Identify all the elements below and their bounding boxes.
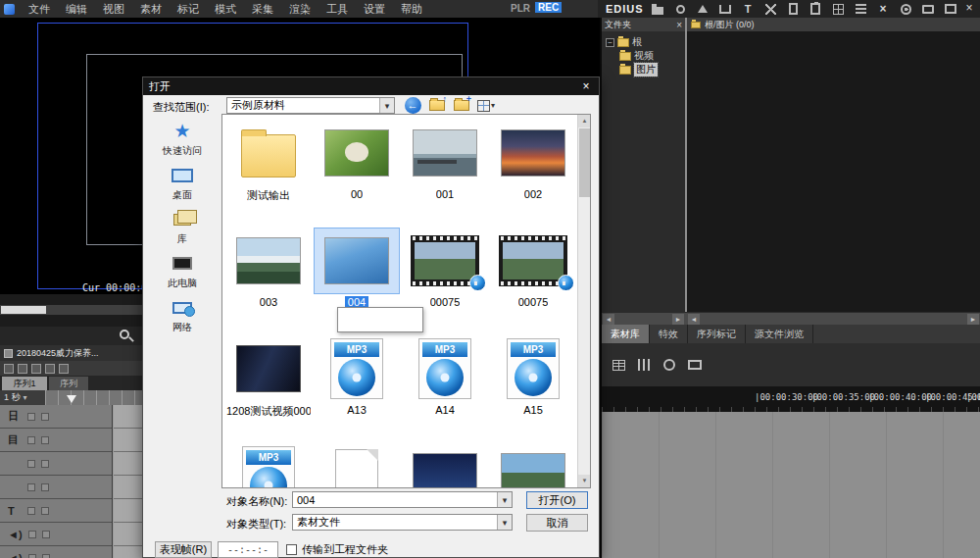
track-toggle-icon[interactable] [41, 507, 49, 515]
file-item[interactable]: MP3A15 [489, 336, 577, 444]
track-toggle-icon[interactable] [27, 413, 35, 421]
capture-icon[interactable] [921, 2, 935, 16]
open-button[interactable]: 打开(O) [526, 491, 588, 509]
scale-selector[interactable]: 1 秒 ▾ [0, 390, 45, 405]
menu-item[interactable]: 帮助 [393, 2, 430, 17]
layout-icon[interactable] [944, 2, 957, 16]
menu-item[interactable]: 标记 [170, 2, 207, 17]
dialog-titlebar[interactable]: 打开 × [143, 77, 599, 95]
import-icon[interactable] [696, 2, 710, 16]
menu-item[interactable]: 采集 [244, 2, 281, 17]
poster-frame-button[interactable]: 表现帧(R) [155, 541, 212, 558]
file-item[interactable] [489, 444, 577, 488]
up-folder-icon[interactable]: ↑ [427, 96, 447, 115]
place-computer[interactable]: 此电脑 [145, 249, 220, 293]
track-toggle-icon[interactable] [28, 554, 36, 558]
menu-item[interactable]: 工具 [318, 2, 356, 17]
view-grid-icon[interactable] [612, 358, 625, 372]
play-circle-icon[interactable] [662, 358, 676, 372]
track-toggle-icon[interactable] [27, 436, 35, 444]
paste-icon[interactable] [808, 2, 822, 16]
menu-item[interactable]: 编辑 [58, 2, 95, 17]
bin-tree-item[interactable]: −根 [602, 35, 685, 49]
plr-indicator[interactable]: PLR [511, 3, 530, 14]
menu-item[interactable]: 素材 [132, 2, 170, 17]
timeline-ruler[interactable]: |00:00:30:00|00:00:35:00|00:00:40:00|00:… [602, 386, 980, 412]
audio-track-icon[interactable]: ◄) [0, 523, 112, 546]
file-item[interactable]: 002 [489, 121, 577, 228]
view-list-icon[interactable] [854, 2, 867, 16]
poster-timecode-field[interactable]: --:--:--:-- [218, 541, 278, 558]
menu-item[interactable]: 视图 [95, 2, 132, 17]
video-track-icon[interactable]: 目 [0, 429, 112, 452]
place-desktop[interactable]: 桌面 [145, 161, 220, 205]
monitor-icon[interactable] [688, 358, 702, 372]
title-icon[interactable]: T [741, 2, 755, 16]
track-toggle-icon[interactable] [42, 531, 50, 538]
scrollbar-thumb[interactable] [579, 128, 590, 197]
menu-item[interactable]: 设置 [356, 2, 393, 17]
track-toggle-icon[interactable] [41, 460, 49, 468]
file-item[interactable]: 001 [401, 121, 489, 228]
file-item[interactable] [401, 444, 489, 488]
file-item[interactable]: 003 [224, 228, 313, 336]
views-menu-icon[interactable]: ▾ [476, 96, 496, 115]
file-name-input[interactable]: 004 ▾ [292, 491, 513, 508]
rec-indicator[interactable]: REC [535, 2, 562, 13]
scroll-right-icon[interactable]: ► [672, 314, 684, 325]
expander-icon[interactable]: − [606, 38, 614, 47]
search-icon[interactable] [120, 330, 129, 339]
scroll-left-icon[interactable]: ◄ [603, 314, 614, 325]
bin-tab[interactable]: 源文件浏览 [746, 325, 813, 343]
chevron-down-icon[interactable]: ▾ [497, 515, 512, 530]
file-item[interactable]: MP3A14 [401, 336, 489, 444]
transfer-checkbox[interactable] [286, 544, 297, 555]
menu-item[interactable]: 渲染 [281, 2, 318, 17]
dialog-close-button[interactable]: × [579, 79, 593, 93]
clip-icon[interactable] [4, 364, 14, 374]
track-toggle-icon[interactable] [42, 554, 50, 558]
playhead-marker[interactable] [67, 395, 76, 403]
file-item[interactable] [313, 444, 401, 488]
file-item[interactable]: 00 [313, 121, 401, 228]
bin-tree-item[interactable]: 图片 [602, 63, 685, 76]
delete-icon[interactable]: × [876, 2, 890, 16]
track-toggle-icon[interactable] [28, 531, 36, 538]
sequence-tab[interactable]: 序列 [49, 377, 88, 390]
timeline-area[interactable] [602, 412, 980, 558]
track-toggle-icon[interactable] [41, 413, 49, 421]
search-icon[interactable] [673, 2, 687, 16]
audio-track-icon[interactable]: ◄) [0, 546, 112, 558]
menu-item[interactable]: 文件 [21, 2, 58, 17]
bin-tab[interactable]: 素材库 [602, 325, 650, 343]
scroll-down-icon[interactable]: ▼ [578, 475, 591, 487]
place-library[interactable]: 库 [145, 205, 220, 249]
scroll-right-icon[interactable]: ► [967, 314, 979, 325]
file-type-combobox[interactable]: 素材文件 ▾ [292, 514, 513, 531]
scrollbar-thumb[interactable] [1, 306, 46, 314]
copy-icon[interactable] [786, 2, 800, 16]
sequence-tab[interactable]: 序列1 [2, 377, 47, 390]
cut-icon[interactable] [763, 2, 777, 16]
video-track-icon[interactable]: 日 [0, 405, 112, 429]
bin-tab[interactable]: 序列标记 [688, 325, 746, 343]
menu-item[interactable]: 模式 [207, 2, 244, 17]
clip-view[interactable] [687, 31, 980, 312]
look-in-combobox[interactable]: 示例原材料 ▾ [226, 97, 395, 114]
place-network[interactable]: 网络 [145, 293, 220, 337]
chevron-down-icon[interactable]: ▾ [497, 492, 512, 507]
back-icon[interactable]: ← [403, 96, 422, 115]
new-folder-icon[interactable]: + [452, 96, 471, 115]
track-toggle-icon[interactable] [27, 460, 35, 468]
scroll-left-icon[interactable]: ◄ [688, 314, 700, 325]
close-icon[interactable]: × [676, 20, 682, 30]
track-row[interactable] [0, 476, 112, 499]
zoom-icon[interactable] [45, 364, 55, 374]
snap-icon[interactable] [31, 364, 41, 374]
settings-icon[interactable] [899, 2, 912, 16]
bin-tab[interactable]: 特效 [650, 325, 688, 343]
file-item[interactable]: MP3A13 [313, 336, 401, 444]
track-toggle-icon[interactable] [27, 483, 35, 491]
view-grid-icon[interactable] [831, 2, 845, 16]
file-item[interactable]: 00075 [489, 228, 577, 336]
